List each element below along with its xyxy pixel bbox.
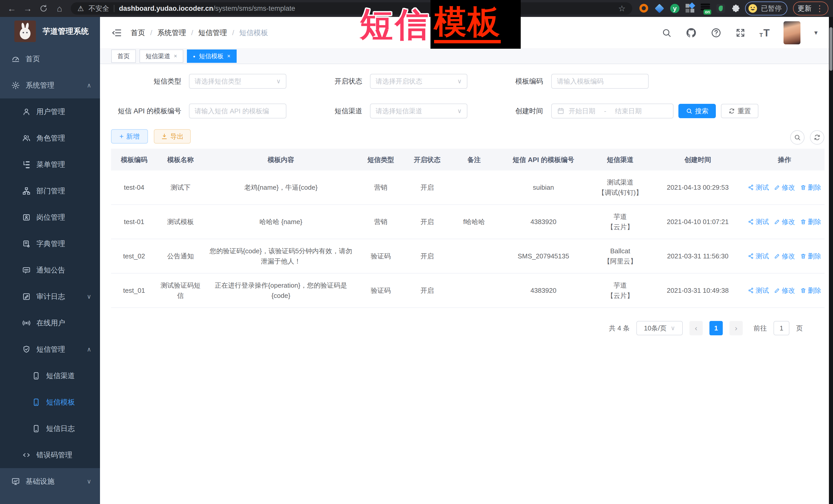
api-template-id-input[interactable] [195,107,281,115]
breadcrumb-system[interactable]: 系统管理 [158,28,186,38]
extension-list-icon[interactable]: on [701,4,710,13]
tab-label: 短信模板 [199,52,223,60]
edit-link[interactable]: 修改 [774,251,795,261]
browser-update-button[interactable]: 更新 ⋮ [793,2,828,16]
column-header: 短信渠道 [590,154,651,165]
user-avatar[interactable] [784,21,801,44]
scrollbar-thumb[interactable] [829,27,832,71]
delete-link[interactable]: 删除 [800,285,821,295]
sidebar-item-announcements[interactable]: 通知公告 [0,257,100,283]
help-icon[interactable] [711,27,721,38]
extension-orange-ring-icon[interactable] [639,4,649,13]
sidebar-item-roles[interactable]: 角色管理 [0,125,100,151]
sidebar-item-infrastructure[interactable]: 基础设施 ∨ [0,468,100,495]
breadcrumb-home[interactable]: 首页 [131,28,145,38]
breadcrumb-sms[interactable]: 短信管理 [198,28,227,38]
address-bar[interactable]: ⚠ 不安全 dashboard.yudao.iocoder.cn/system/… [71,2,632,15]
page-scrollbar[interactable] [829,17,833,504]
tab-sms-channel[interactable]: 短信渠道 × [140,49,183,63]
sidebar-item-label: 短信日志 [46,424,75,433]
extension-green-y-icon[interactable]: y [670,4,680,13]
sidebar-item-online-users[interactable]: 在线用户 [0,310,100,336]
sidebar-item-departments[interactable]: 部门管理 [0,178,100,204]
search-icon[interactable] [662,28,672,38]
sms-template-table: 模板编码 模板名称 模板内容 短信类型 开启状态 备注 短信 API 的模板编号… [111,149,825,308]
breadcrumb: 首页 / 系统管理 / 短信管理 / 短信模板 [131,28,268,38]
sidebar-item-menus[interactable]: 菜单管理 [0,151,100,178]
browser-menu-dots-icon[interactable]: ⋮ [815,4,824,13]
test-link[interactable]: 测试 [748,217,769,227]
create-time-label: 创建时间 [484,103,543,118]
browser-forward-icon[interactable]: → [21,0,35,17]
sidebar: 芋道管理系统 首页 系统管理 ∧ 用户管理 [0,17,100,504]
export-button[interactable]: 导出 [154,129,191,144]
delete-link[interactable]: 删除 [800,182,821,193]
page-1-button[interactable]: 1 [709,321,723,335]
template-code-input[interactable] [557,77,643,86]
tab-home[interactable]: 首页 [111,49,136,63]
main-area: 首页 / 系统管理 / 短信管理 / 短信模板 [100,17,829,504]
sidebar-item-sms-log[interactable]: 短信日志 [0,415,100,442]
sidebar-item-system[interactable]: 系统管理 ∧ [0,72,100,98]
cell-name: 测试验证码短信 [157,280,204,301]
date-start-placeholder: 开始日期 [569,106,595,116]
prev-page-button[interactable]: ‹ [689,321,703,335]
close-icon[interactable]: × [227,53,231,59]
tab-label: 短信渠道 [146,52,170,60]
refresh-table-button[interactable] [810,130,824,145]
sidebar-item-sms-management[interactable]: 短信管理 ∧ [0,336,100,362]
users-icon [22,134,31,143]
sidebar-item-sms-channel[interactable]: 短信渠道 [0,362,100,389]
next-page-button[interactable]: › [730,321,743,335]
tab-sms-template[interactable]: ● 短信模板 × [187,49,237,63]
extension-blue-kite-icon[interactable] [655,4,664,13]
trash-icon [800,287,806,293]
date-range-picker[interactable]: 开始日期 - 结束日期 [551,103,673,118]
edit-link[interactable]: 修改 [774,182,795,193]
goto-label: 前往 [754,324,767,333]
sidebar-item-posts[interactable]: 岗位管理 [0,204,100,231]
edit-link[interactable]: 修改 [774,285,795,295]
extension-leaf-icon[interactable] [716,4,725,13]
trash-icon [800,253,806,259]
github-icon[interactable] [686,27,697,39]
status-select[interactable]: 请选择开启状态 ∨ [370,74,468,89]
extensions-puzzle-icon[interactable] [731,4,740,13]
avatar-dropdown-caret-icon[interactable]: ▾ [814,29,817,37]
sidebar-item-users[interactable]: 用户管理 [0,98,100,125]
sidebar-item-label: 短信渠道 [46,371,75,381]
close-icon[interactable]: × [174,53,177,59]
bookmark-star-icon[interactable]: ☆ [618,4,625,13]
sidebar-item-dictionary[interactable]: 字典管理 [0,231,100,257]
reset-button[interactable]: 重置 [721,104,758,118]
app-logo-row[interactable]: 芋道管理系统 [0,17,100,46]
channel-select[interactable]: 请选择短信渠道 ∨ [370,103,468,118]
sidebar-item-audit-log[interactable]: 审计日志 ∨ [0,283,100,310]
delete-link[interactable]: 删除 [800,251,821,261]
sidebar-collapse-icon[interactable] [111,27,122,38]
browser-reload-icon[interactable] [37,4,51,13]
page-size-select[interactable]: 10条/页 ∨ [636,321,683,335]
browser-home-icon[interactable]: ⌂ [52,0,67,17]
browser-back-icon[interactable]: ← [5,0,19,17]
fullscreen-icon[interactable] [735,28,745,38]
add-button[interactable]: + 新增 [111,129,148,144]
sidebar-item-sms-template[interactable]: 短信模板 [0,389,100,415]
test-link[interactable]: 测试 [748,182,769,193]
table-row: test-01 测试模板 哈哈哈 {name} 营销 开启 f哈哈哈 43839… [111,205,825,239]
font-size-icon[interactable]: TT [759,28,770,38]
toggle-search-button[interactable] [790,130,805,145]
search-button[interactable]: 搜索 [679,104,716,118]
sidebar-item-home[interactable]: 首页 [0,46,100,72]
sidebar-item-error-codes[interactable]: 错误码管理 [0,442,100,468]
test-link[interactable]: 测试 [748,251,769,261]
extension-grid-icon[interactable] [686,4,695,13]
channel-label: 短信渠道 [305,103,362,118]
test-link[interactable]: 测试 [748,285,769,295]
delete-link[interactable]: 删除 [800,217,821,227]
browser-profile-chip[interactable]: 已暂停 [745,2,787,16]
edit-link[interactable]: 修改 [774,217,795,227]
edit-icon [774,253,780,259]
goto-page-input[interactable] [774,321,789,335]
sms-type-select[interactable]: 请选择短信类型 ∨ [189,74,286,89]
